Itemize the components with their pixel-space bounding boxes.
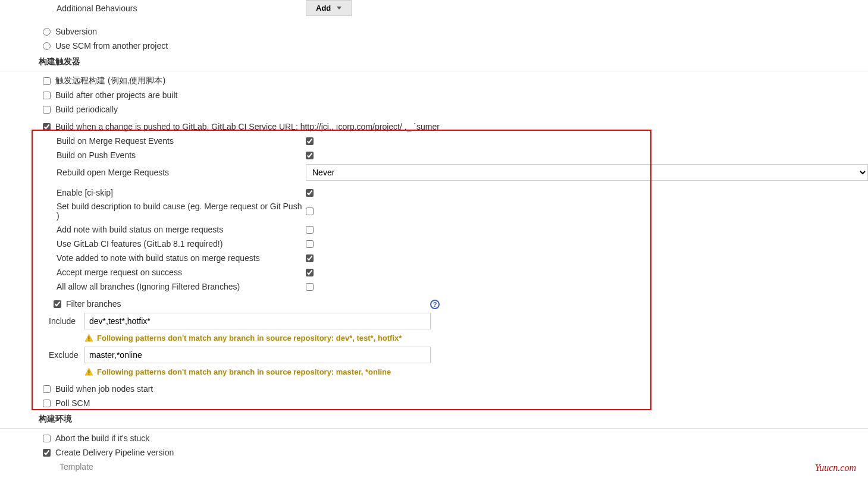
gitlab-build-on-push-row: Build on Push Events xyxy=(0,148,868,162)
env-template-label: Template xyxy=(0,462,93,471)
env-create-pipeline-checkbox[interactable] xyxy=(43,449,51,457)
help-icon[interactable]: ? xyxy=(430,300,440,309)
gitlab-ci-skip-checkbox[interactable] xyxy=(306,189,314,197)
gitlab-allow-all-row: All allow all branches (Ignoring Filtere… xyxy=(0,279,868,294)
env-create-pipeline-row: Create Delivery Pipeline version xyxy=(0,445,868,460)
gitlab-build-on-mr-row: Build on Merge Request Events xyxy=(0,134,868,148)
gitlab-vote-added-row: Vote added to note with build status on … xyxy=(0,251,868,265)
additional-behaviours-label: Additional Behaviours xyxy=(0,4,306,13)
env-abort-stuck-checkbox[interactable] xyxy=(43,435,51,442)
gitlab-rebuild-open-mr-label: Rebuild open Merge Requests xyxy=(0,168,306,177)
watermark: Yuucn.com xyxy=(815,463,856,473)
trigger-remote-checkbox[interactable] xyxy=(43,77,51,85)
gitlab-add-note-label: Add note with build status on merge requ… xyxy=(0,225,306,234)
gitlab-ci-features-checkbox[interactable] xyxy=(306,240,314,248)
trigger-gitlab-row: Build when a change is pushed to GitLab.… xyxy=(0,120,868,134)
gitlab-allow-all-checkbox[interactable] xyxy=(306,283,314,291)
exclude-input[interactable] xyxy=(84,347,431,363)
gitlab-build-on-push-checkbox[interactable] xyxy=(306,152,314,159)
svg-rect-4 xyxy=(89,370,90,373)
include-input[interactable] xyxy=(84,313,431,329)
trigger-poll-scm-checkbox[interactable] xyxy=(43,400,51,407)
env-template-row: Template xyxy=(0,460,868,474)
add-behaviour-button[interactable]: Add xyxy=(306,0,352,16)
exclude-warning-text: Following patterns don't match any branc… xyxy=(97,367,391,376)
add-button-label: Add xyxy=(316,4,331,12)
gitlab-allow-all-label: All allow all branches (Ignoring Filtere… xyxy=(0,282,306,291)
gitlab-build-on-mr-checkbox[interactable] xyxy=(306,137,314,145)
trigger-poll-scm-row: Poll SCM xyxy=(0,396,868,410)
trigger-job-nodes-label: Build when job nodes start xyxy=(55,384,153,394)
gitlab-accept-mr-checkbox[interactable] xyxy=(306,269,314,276)
scm-other-row: Use SCM from another project xyxy=(0,39,868,53)
env-abort-stuck-label: Abort the build if it's stuck xyxy=(55,433,149,443)
trigger-poll-scm-label: Poll SCM xyxy=(55,398,90,408)
subversion-radio[interactable] xyxy=(43,28,51,36)
trigger-after-projects-label: Build after other projects are built xyxy=(55,90,177,100)
use-scm-other-label: Use SCM from another project xyxy=(55,41,168,51)
include-label: Include xyxy=(0,316,84,326)
exclude-label: Exclude xyxy=(0,350,84,360)
trigger-after-projects-checkbox[interactable] xyxy=(43,92,51,99)
gitlab-accept-mr-row: Accept merge request on success xyxy=(0,265,868,279)
filter-branches-checkbox[interactable] xyxy=(54,300,61,308)
gitlab-ci-skip-row: Enable [ci-skip] xyxy=(0,186,868,200)
trigger-job-nodes-checkbox[interactable] xyxy=(43,385,51,393)
additional-behaviours-row: Additional Behaviours Add xyxy=(0,0,868,24)
trigger-gitlab-checkbox[interactable] xyxy=(43,123,51,131)
trigger-periodically-row: Build periodically xyxy=(0,102,868,117)
use-scm-other-radio[interactable] xyxy=(43,42,51,50)
section-build-environment: 构建环境 xyxy=(0,410,868,429)
trigger-gitlab-label: Build when a change is pushed to GitLab.… xyxy=(55,122,440,131)
exclude-warning-row: Following patterns don't match any branc… xyxy=(0,365,868,379)
warning-icon xyxy=(84,334,93,342)
gitlab-ci-features-label: Use GitLab CI features (GitLab 8.1 requi… xyxy=(0,239,306,249)
gitlab-vote-added-label: Vote added to note with build status on … xyxy=(0,253,306,263)
trigger-periodically-checkbox[interactable] xyxy=(43,106,51,114)
include-warning-text: Following patterns don't match any branc… xyxy=(97,334,402,342)
env-create-pipeline-label: Create Delivery Pipeline version xyxy=(55,448,174,457)
filter-branches-label: Filter branches xyxy=(66,299,121,309)
svg-rect-1 xyxy=(89,337,90,339)
include-row: Include xyxy=(0,311,868,331)
gitlab-add-note-row: Add note with build status on merge requ… xyxy=(0,222,868,237)
gitlab-set-description-checkbox[interactable] xyxy=(306,208,314,215)
section-build-triggers: 构建触发器 xyxy=(0,53,868,71)
filter-branches-row: Filter branches ? xyxy=(0,297,868,311)
trigger-job-nodes-row: Build when job nodes start xyxy=(0,382,868,396)
gitlab-vote-added-checkbox[interactable] xyxy=(306,254,314,262)
env-abort-stuck-row: Abort the build if it's stuck xyxy=(0,431,868,445)
svg-rect-5 xyxy=(89,373,90,375)
include-warning-row: Following patterns don't match any branc… xyxy=(0,331,868,345)
trigger-remote-row: 触发远程构建 (例如,使用脚本) xyxy=(0,74,868,88)
chevron-down-icon xyxy=(337,7,341,10)
exclude-row: Exclude xyxy=(0,345,868,365)
gitlab-rebuild-open-mr-row: Rebuild open Merge Requests Never xyxy=(0,162,868,183)
gitlab-build-on-mr-label: Build on Merge Request Events xyxy=(0,136,306,146)
warning-icon xyxy=(84,367,93,376)
gitlab-add-note-checkbox[interactable] xyxy=(306,226,314,234)
trigger-after-projects-row: Build after other projects are built xyxy=(0,88,868,102)
scm-subversion-row: Subversion xyxy=(0,24,868,39)
gitlab-set-description-label: Set build description to build cause (eg… xyxy=(0,202,306,221)
gitlab-set-description-row: Set build description to build cause (eg… xyxy=(0,200,868,222)
svg-rect-2 xyxy=(89,339,90,341)
gitlab-accept-mr-label: Accept merge request on success xyxy=(0,268,306,277)
gitlab-rebuild-open-mr-select[interactable]: Never xyxy=(306,164,868,181)
trigger-remote-label: 触发远程构建 (例如,使用脚本) xyxy=(55,76,165,86)
gitlab-build-on-push-label: Build on Push Events xyxy=(0,150,306,160)
subversion-label: Subversion xyxy=(55,27,97,36)
gitlab-ci-features-row: Use GitLab CI features (GitLab 8.1 requi… xyxy=(0,237,868,251)
gitlab-ci-skip-label: Enable [ci-skip] xyxy=(0,188,306,197)
trigger-periodically-label: Build periodically xyxy=(55,105,118,114)
